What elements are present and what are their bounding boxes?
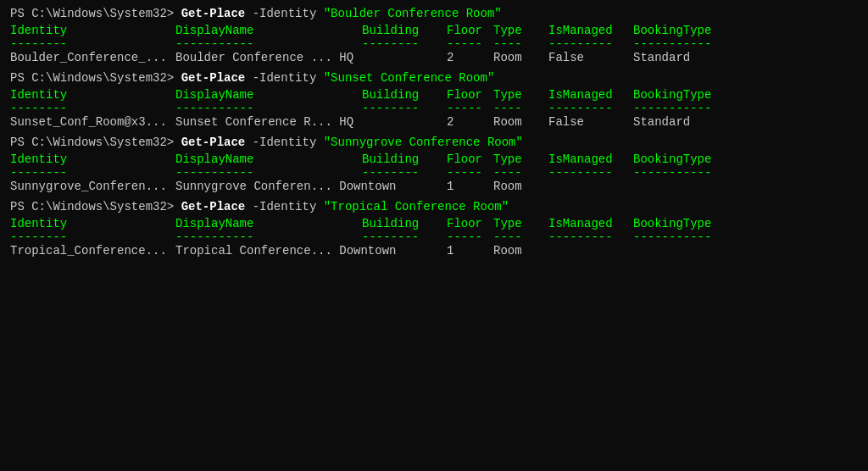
header-type-1: Type <box>493 24 548 37</box>
sep-building-4: -------- <box>362 230 447 244</box>
sep-type-3: ---- <box>493 166 548 180</box>
header-ismanaged-1: IsManaged <box>548 24 633 37</box>
sep-building-2: -------- <box>362 102 447 115</box>
table-sep-3: ----------------------------------------… <box>10 166 858 180</box>
sep-ismanaged-3: --------- <box>548 166 633 180</box>
sep-bookingtype-4: ----------- <box>633 230 711 244</box>
header-type-3: Type <box>493 152 548 166</box>
header-identity-1: Identity <box>10 24 175 37</box>
table-sep-2: ----------------------------------------… <box>10 102 858 115</box>
sep-displayname-3: ----------- <box>175 166 362 180</box>
row-bookingtype-1-1: Standard <box>633 51 690 64</box>
header-bookingtype-3: BookingType <box>633 152 711 166</box>
sep-ismanaged-4: --------- <box>548 230 633 244</box>
header-building-4: Building <box>362 217 447 230</box>
sep-type-2: ---- <box>493 102 548 115</box>
header-bookingtype-4: BookingType <box>633 217 711 230</box>
table-header-1: IdentityDisplayNameBuildingFloorTypeIsMa… <box>10 24 858 37</box>
sep-bookingtype-2: ----------- <box>633 102 711 115</box>
row-identity-4-1: Tropical_Conference... <box>10 244 175 258</box>
header-identity-2: Identity <box>10 88 175 102</box>
sep-building-3: -------- <box>362 166 447 180</box>
header-floor-4: Floor <box>447 217 493 230</box>
prompt-ps-2: PS C:\Windows\System32> <box>10 71 181 85</box>
sep-displayname-2: ----------- <box>175 102 362 115</box>
header-bookingtype-1: BookingType <box>633 24 711 37</box>
cmd-keyword-3: Get-Place <box>181 136 246 149</box>
cmd-keyword-4: Get-Place <box>181 200 246 213</box>
table-row-1-1: Boulder_Conference_...Boulder Conference… <box>10 51 858 64</box>
flag-3: -Identity <box>245 136 323 149</box>
row-floor-2-1: 2 <box>447 115 493 129</box>
sep-building-1: -------- <box>362 37 447 51</box>
row-type-4-1: Room <box>493 244 548 258</box>
sep-identity-3: -------- <box>10 166 175 180</box>
table-4: IdentityDisplayNameBuildingFloorTypeIsMa… <box>10 217 858 258</box>
header-floor-2: Floor <box>447 88 493 102</box>
sep-identity-4: -------- <box>10 230 175 244</box>
prompt-line-2: PS C:\Windows\System32> Get-Place -Ident… <box>10 71 858 85</box>
sep-displayname-4: ----------- <box>175 230 362 244</box>
sep-floor-1: ----- <box>447 37 493 51</box>
sep-type-4: ---- <box>493 230 548 244</box>
prompt-ps-4: PS C:\Windows\System32> <box>10 200 181 213</box>
sep-floor-4: ----- <box>447 230 493 244</box>
row-identity-1-1: Boulder_Conference_... <box>10 51 175 64</box>
prompt-ps-1: PS C:\Windows\System32> <box>10 7 181 20</box>
table-sep-1: ----------------------------------------… <box>10 37 858 51</box>
param-string-3: "Sunnygrove Conference Room" <box>324 136 523 149</box>
header-displayname-3: DisplayName <box>175 152 362 166</box>
row-ismanaged-1-1: False <box>548 51 633 64</box>
header-ismanaged-2: IsManaged <box>548 88 633 102</box>
header-ismanaged-4: IsManaged <box>548 217 633 230</box>
prompt-line-3: PS C:\Windows\System32> Get-Place -Ident… <box>10 136 858 149</box>
row-displayname-3-1: Sunnygrove Conferen... Downtown <box>175 180 362 193</box>
table-1: IdentityDisplayNameBuildingFloorTypeIsMa… <box>10 24 858 64</box>
header-type-4: Type <box>493 217 548 230</box>
flag-1: -Identity <box>245 7 323 20</box>
row-bookingtype-2-1: Standard <box>633 115 690 129</box>
sep-floor-3: ----- <box>447 166 493 180</box>
header-identity-3: Identity <box>10 152 175 166</box>
prompt-line-4: PS C:\Windows\System32> Get-Place -Ident… <box>10 200 858 213</box>
row-type-2-1: Room <box>493 115 548 129</box>
table-3: IdentityDisplayNameBuildingFloorTypeIsMa… <box>10 152 858 193</box>
row-displayname-1-1: Boulder Conference ... HQ <box>175 51 362 64</box>
flag-2: -Identity <box>245 71 323 85</box>
table-row-4-1: Tropical_Conference...Tropical Conferenc… <box>10 244 858 258</box>
table-header-4: IdentityDisplayNameBuildingFloorTypeIsMa… <box>10 217 858 230</box>
table-header-3: IdentityDisplayNameBuildingFloorTypeIsMa… <box>10 152 858 166</box>
sep-type-1: ---- <box>493 37 548 51</box>
row-floor-4-1: 1 <box>447 244 493 258</box>
header-type-2: Type <box>493 88 548 102</box>
sep-displayname-1: ----------- <box>175 37 362 51</box>
header-displayname-2: DisplayName <box>175 88 362 102</box>
header-ismanaged-3: IsManaged <box>548 152 633 166</box>
header-displayname-1: DisplayName <box>175 24 362 37</box>
param-string-4: "Tropical Conference Room" <box>324 200 509 213</box>
header-bookingtype-2: BookingType <box>633 88 711 102</box>
row-identity-2-1: Sunset_Conf_Room@x3... <box>10 115 175 129</box>
row-floor-1-1: 2 <box>447 51 493 64</box>
row-displayname-4-1: Tropical Conference... Downtown <box>175 244 362 258</box>
cmd-keyword-1: Get-Place <box>181 7 246 20</box>
row-type-1-1: Room <box>493 51 548 64</box>
sep-identity-1: -------- <box>10 37 175 51</box>
header-building-1: Building <box>362 24 447 37</box>
sep-bookingtype-1: ----------- <box>633 37 711 51</box>
table-header-2: IdentityDisplayNameBuildingFloorTypeIsMa… <box>10 88 858 102</box>
row-displayname-2-1: Sunset Conference R... HQ <box>175 115 362 129</box>
table-2: IdentityDisplayNameBuildingFloorTypeIsMa… <box>10 88 858 129</box>
command-block-3: PS C:\Windows\System32> Get-Place -Ident… <box>10 136 858 193</box>
command-block-2: PS C:\Windows\System32> Get-Place -Ident… <box>10 71 858 129</box>
prompt-ps-3: PS C:\Windows\System32> <box>10 136 181 149</box>
table-row-2-1: Sunset_Conf_Room@x3...Sunset Conference … <box>10 115 858 129</box>
row-identity-3-1: Sunnygrove_Conferen... <box>10 180 175 193</box>
header-identity-4: Identity <box>10 217 175 230</box>
row-ismanaged-2-1: False <box>548 115 633 129</box>
command-block-4: PS C:\Windows\System32> Get-Place -Ident… <box>10 200 858 258</box>
header-building-2: Building <box>362 88 447 102</box>
prompt-line-1: PS C:\Windows\System32> Get-Place -Ident… <box>10 7 858 20</box>
param-string-1: "Boulder Conference Room" <box>324 7 502 20</box>
sep-floor-2: ----- <box>447 102 493 115</box>
